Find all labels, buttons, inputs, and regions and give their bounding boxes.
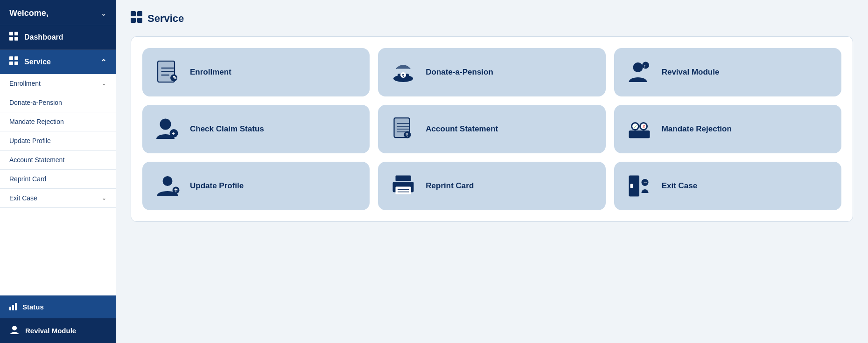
- service-card-check-claim-status[interactable]: + Check Claim Status: [142, 105, 370, 153]
- sidebar-item-donate-a-pension[interactable]: Donate-a-Pension: [0, 93, 116, 112]
- sidebar-item-enrollment[interactable]: Enrollment⌄: [0, 74, 116, 93]
- welcome-chevron-icon: ⌄: [101, 10, 106, 17]
- service-card-label: Update Profile: [190, 181, 244, 191]
- service-card-label: Reprint Card: [426, 181, 474, 191]
- sidebar-item-exit-case[interactable]: Exit Case⌄: [0, 189, 116, 208]
- service-chevron-icon: ⌃: [100, 58, 106, 67]
- donate-icon: ₹: [389, 58, 417, 86]
- mandate-icon: ✓ ✗: [625, 115, 653, 143]
- svg-rect-10: [15, 303, 17, 310]
- enrollment-icon: ✎: [154, 58, 182, 86]
- menu-chevron-icon: ⌄: [102, 80, 106, 87]
- sidebar-menu-label: Update Profile: [9, 137, 51, 144]
- service-card-label: Check Claim Status: [190, 124, 264, 134]
- sidebar-menu-label: Reprint Card: [9, 175, 46, 183]
- service-card-enrollment[interactable]: ✎ Enrollment: [142, 48, 370, 96]
- service-card-label: Exit Case: [662, 181, 698, 191]
- svg-rect-5: [14, 56, 18, 60]
- svg-text:✓: ✓: [634, 124, 637, 129]
- revival-label: Revival Module: [25, 327, 76, 335]
- service-card-revival-module[interactable]: ↑ Revival Module: [614, 48, 841, 96]
- svg-rect-2: [9, 37, 13, 41]
- svg-rect-9: [12, 305, 14, 310]
- svg-text:↑: ↑: [644, 63, 646, 69]
- service-card-mandate-rejection[interactable]: ✓ ✗ Mandate Rejection: [614, 105, 841, 153]
- sidebar-menu-label: Donate-a-Pension: [9, 99, 62, 106]
- svg-text:✎: ✎: [173, 75, 177, 81]
- service-card-exit-case[interactable]: → Exit Case: [614, 162, 841, 210]
- service-grid: ✎ Enrollment ₹ Donate-a-Pension ↑ Reviva…: [131, 36, 853, 222]
- svg-rect-53: [396, 187, 411, 195]
- sidebar-menu-label: Account Statement: [9, 156, 64, 164]
- svg-rect-3: [14, 37, 18, 41]
- sidebar-menu-label: Enrollment: [9, 80, 41, 87]
- svg-rect-6: [9, 62, 13, 65]
- service-card-update-profile[interactable]: Update Profile: [142, 162, 370, 210]
- svg-rect-1: [14, 32, 18, 35]
- sidebar-service-header[interactable]: Service ⌃: [0, 50, 116, 74]
- service-card-label: Account Statement: [426, 124, 498, 134]
- menu-chevron-icon: ⌄: [102, 195, 106, 201]
- svg-rect-4: [9, 56, 13, 60]
- service-card-account-statement[interactable]: ₹ Account Statement: [378, 105, 605, 153]
- sidebar-item-account-statement[interactable]: Account Statement: [0, 151, 116, 170]
- revival-person-icon: [9, 325, 20, 336]
- sidebar-status-item[interactable]: Status: [0, 295, 116, 318]
- svg-point-27: [633, 62, 643, 72]
- dashboard-grid-icon: [9, 32, 19, 43]
- sidebar-menu-label: Mandate Rejection: [9, 118, 64, 125]
- svg-rect-0: [9, 32, 13, 35]
- sidebar-item-revival[interactable]: Revival Module: [0, 318, 116, 343]
- sidebar-menu: Enrollment⌄Donate-a-PensionMandate Rejec…: [0, 74, 116, 295]
- service-card-donate-a-pension[interactable]: ₹ Donate-a-Pension: [378, 48, 605, 96]
- profile-icon: [154, 172, 182, 200]
- exit-icon: →: [625, 172, 653, 200]
- welcome-label: Welcome,: [9, 8, 49, 18]
- svg-rect-7: [14, 62, 18, 65]
- print-icon: [389, 172, 417, 200]
- service-grid-icon: [9, 56, 19, 68]
- svg-point-11: [12, 326, 17, 330]
- page-title: Service: [147, 13, 184, 25]
- sidebar-menu-label: Exit Case: [9, 194, 37, 202]
- svg-rect-12: [131, 11, 136, 16]
- svg-text:→: →: [643, 179, 648, 185]
- revival-icon: ↑: [625, 58, 653, 86]
- svg-text:₹: ₹: [406, 133, 409, 137]
- status-label: Status: [22, 303, 44, 311]
- svg-rect-8: [9, 307, 11, 310]
- sidebar-item-mandate-rejection[interactable]: Mandate Rejection: [0, 112, 116, 131]
- sidebar-item-dashboard[interactable]: Dashboard: [0, 25, 116, 50]
- service-label: Service: [24, 58, 51, 66]
- service-card-label: Revival Module: [662, 68, 720, 77]
- claim-icon: +: [154, 115, 182, 143]
- svg-text:✗: ✗: [642, 124, 646, 129]
- sidebar: Welcome, ⌄ Dashboard Service: [0, 0, 116, 343]
- main-content: Service ✎ Enrollment ₹ Donate-a-Pension …: [116, 0, 868, 343]
- svg-point-30: [160, 119, 171, 130]
- svg-point-48: [163, 176, 173, 186]
- page-title-icon: [131, 11, 143, 26]
- dashboard-label: Dashboard: [24, 33, 63, 41]
- service-card-label: Donate-a-Pension: [426, 68, 493, 77]
- svg-rect-14: [131, 18, 136, 23]
- statement-icon: ₹: [389, 115, 417, 143]
- svg-rect-41: [629, 130, 650, 138]
- status-bar-icon: [9, 302, 18, 312]
- sidebar-item-update-profile[interactable]: Update Profile: [0, 131, 116, 151]
- sidebar-item-reprint-card[interactable]: Reprint Card: [0, 170, 116, 189]
- page-title-row: Service: [131, 11, 853, 26]
- service-card-label: Enrollment: [190, 68, 231, 77]
- svg-rect-15: [137, 18, 142, 23]
- sidebar-welcome[interactable]: Welcome, ⌄: [0, 0, 116, 25]
- service-card-label: Mandate Rejection: [662, 124, 732, 134]
- svg-rect-13: [137, 11, 142, 16]
- svg-rect-57: [630, 184, 633, 188]
- svg-rect-51: [396, 176, 411, 181]
- svg-text:+: +: [172, 130, 175, 137]
- service-card-reprint-card[interactable]: Reprint Card: [378, 162, 605, 210]
